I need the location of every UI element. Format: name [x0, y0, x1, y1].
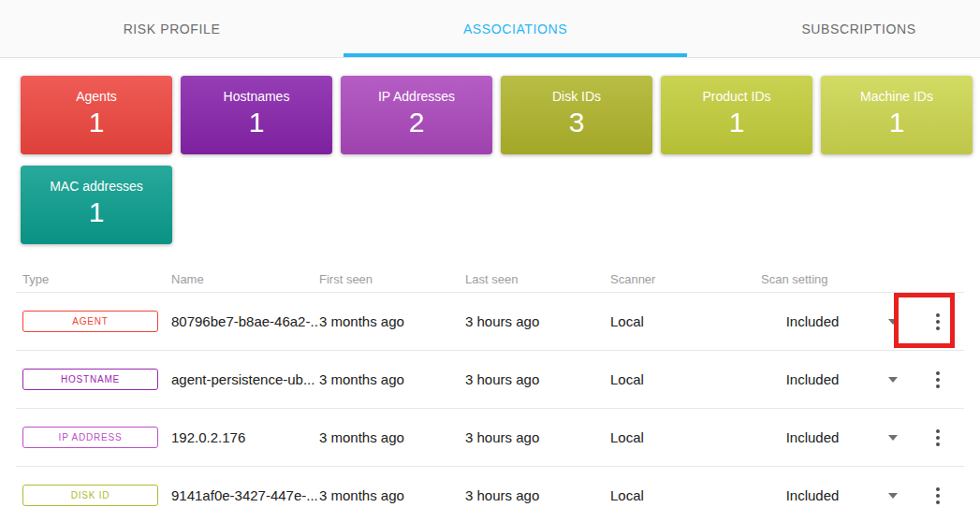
card-disk-ids[interactable]: Disk IDs 3	[501, 76, 652, 154]
card-ip-addresses[interactable]: IP Addresses 2	[341, 76, 492, 154]
chevron-down-icon[interactable]	[888, 493, 898, 499]
scan-setting-value: Included	[761, 487, 864, 503]
card-count: 1	[21, 196, 172, 228]
name-cell: agent-persistence-ub...	[171, 371, 319, 387]
table-row: HOSTNAME agent-persistence-ub... 3 month…	[16, 350, 964, 408]
type-badge: HOSTNAME	[22, 369, 158, 390]
card-label: Machine IDs	[821, 89, 973, 104]
association-cards: Agents 1 Hostnames 1 IP Addresses 2 Disk…	[0, 58, 980, 244]
card-label: Product IDs	[661, 89, 812, 104]
scan-setting-select[interactable]: Included	[761, 429, 911, 445]
scanner-cell: Local	[610, 371, 761, 387]
kebab-menu-icon[interactable]	[927, 308, 949, 336]
table-row: DISK ID 9141af0e-3427-447e-... 3 months …	[16, 466, 964, 522]
table-row: AGENT 80796be7-b8ae-46a2-... 3 months ag…	[16, 292, 964, 350]
column-header-scan-setting: Scan setting	[761, 272, 911, 286]
card-count: 2	[341, 107, 492, 138]
associations-table: Type Name First seen Last seen Scanner S…	[16, 266, 964, 522]
chevron-down-icon[interactable]	[888, 319, 898, 325]
scan-setting-value: Included	[761, 313, 864, 329]
card-count: 1	[821, 107, 973, 138]
type-badge: DISK ID	[22, 485, 158, 506]
last-seen-cell: 3 hours ago	[465, 487, 610, 503]
column-header-first-seen: First seen	[319, 272, 465, 286]
scan-setting-value: Included	[761, 429, 864, 445]
card-label: IP Addresses	[341, 89, 492, 104]
table-row: IP ADDRESS 192.0.2.176 3 months ago 3 ho…	[16, 408, 964, 466]
tab-associations[interactable]: ASSOCIATIONS	[344, 0, 687, 57]
first-seen-cell: 3 months ago	[319, 313, 465, 329]
associations-page: RISK PROFILE ASSOCIATIONS SUBSCRIPTIONS …	[0, 0, 980, 522]
card-count: 1	[181, 107, 332, 138]
type-badge: IP ADDRESS	[22, 427, 158, 448]
kebab-menu-icon[interactable]	[927, 482, 949, 510]
scanner-cell: Local	[610, 313, 761, 329]
card-hostnames[interactable]: Hostnames 1	[181, 76, 332, 154]
scan-setting-select[interactable]: Included	[761, 371, 911, 387]
name-cell: 9141af0e-3427-447e-...	[171, 487, 319, 503]
chevron-down-icon[interactable]	[888, 377, 898, 383]
kebab-menu-icon[interactable]	[927, 424, 949, 452]
first-seen-cell: 3 months ago	[319, 371, 465, 387]
last-seen-cell: 3 hours ago	[465, 429, 610, 445]
card-label: Disk IDs	[501, 89, 652, 104]
scanner-cell: Local	[610, 487, 761, 503]
scan-setting-select[interactable]: Included	[761, 313, 911, 329]
card-machine-ids[interactable]: Machine IDs 1	[821, 76, 973, 154]
first-seen-cell: 3 months ago	[319, 429, 465, 445]
kebab-menu-icon[interactable]	[927, 366, 949, 394]
last-seen-cell: 3 hours ago	[465, 313, 610, 329]
tab-bar: RISK PROFILE ASSOCIATIONS SUBSCRIPTIONS	[0, 0, 980, 58]
card-product-ids[interactable]: Product IDs 1	[661, 76, 812, 154]
card-label: Hostnames	[181, 89, 332, 104]
name-cell: 192.0.2.176	[171, 429, 319, 445]
type-badge: AGENT	[22, 311, 158, 332]
tab-subscriptions[interactable]: SUBSCRIPTIONS	[687, 0, 980, 57]
column-header-name: Name	[171, 272, 319, 286]
card-count: 1	[661, 107, 812, 138]
column-header-scanner: Scanner	[610, 272, 761, 286]
card-count: 3	[501, 107, 652, 138]
column-header-type: Type	[16, 272, 171, 286]
card-mac-addresses[interactable]: MAC addresses 1	[21, 166, 172, 244]
card-agents[interactable]: Agents 1	[21, 76, 172, 154]
first-seen-cell: 3 months ago	[319, 487, 465, 503]
column-header-last-seen: Last seen	[465, 272, 610, 286]
table-header: Type Name First seen Last seen Scanner S…	[16, 266, 964, 292]
tab-risk-profile[interactable]: RISK PROFILE	[0, 0, 344, 57]
name-cell: 80796be7-b8ae-46a2-...	[171, 313, 319, 329]
card-count: 1	[21, 107, 172, 138]
last-seen-cell: 3 hours ago	[465, 371, 610, 387]
chevron-down-icon[interactable]	[888, 435, 898, 441]
scan-setting-select[interactable]: Included	[761, 487, 911, 503]
card-label: Agents	[21, 89, 172, 104]
scanner-cell: Local	[610, 429, 761, 445]
scan-setting-value: Included	[761, 371, 864, 387]
card-label: MAC addresses	[21, 179, 172, 194]
